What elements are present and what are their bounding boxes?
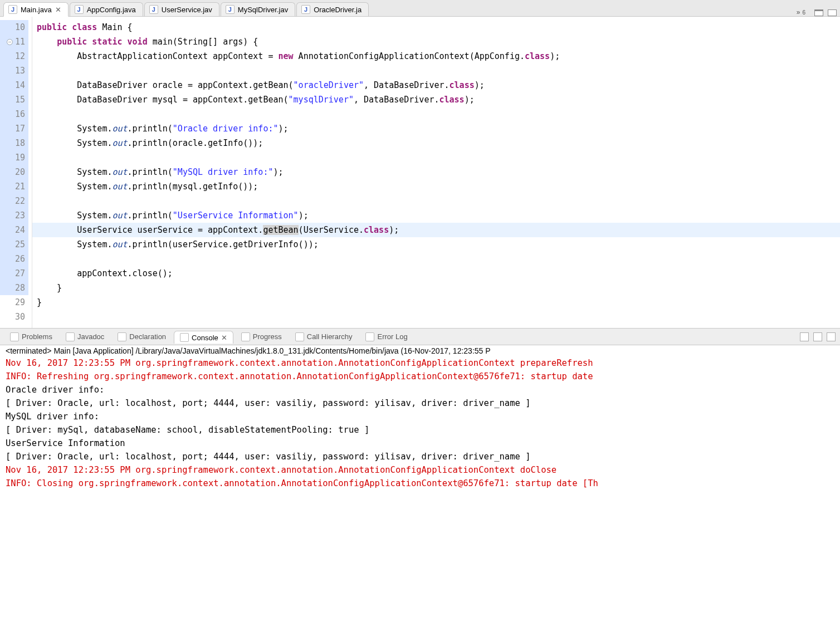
- view-tab-call-hierarchy[interactable]: Call Hierarchy: [290, 331, 358, 343]
- code-line[interactable]: [32, 63, 840, 78]
- bottom-view-tab-bar: ProblemsJavadocDeclarationConsole ✕Progr…: [0, 329, 840, 345]
- line-number[interactable]: 19: [0, 150, 28, 165]
- java-file-icon: J: [8, 5, 17, 14]
- line-number-value: 10: [15, 20, 25, 35]
- code-line[interactable]: System.out.println("Oracle driver info:"…: [32, 121, 840, 136]
- tab-label: UserService.jav: [162, 6, 212, 14]
- code-line[interactable]: System.out.println("MySQL driver info:")…: [32, 165, 840, 179]
- code-line[interactable]: UserService userService = appContext.get…: [32, 223, 840, 237]
- fold-toggle-icon[interactable]: –: [7, 39, 13, 45]
- line-number-value: 16: [15, 107, 25, 121]
- line-number[interactable]: 27: [0, 266, 28, 281]
- console-line: UserService Information: [6, 437, 834, 450]
- code-line[interactable]: }: [32, 295, 840, 310]
- line-number[interactable]: 17: [0, 121, 28, 136]
- line-number[interactable]: 24: [0, 223, 28, 237]
- declaration-icon: [118, 332, 126, 341]
- code-line[interactable]: DataBaseDriver oracle = appContext.getBe…: [32, 78, 840, 92]
- line-number-value: 23: [15, 208, 25, 223]
- line-number[interactable]: 16: [0, 107, 28, 121]
- code-line[interactable]: [32, 310, 840, 324]
- code-line[interactable]: [32, 107, 840, 121]
- view-tab-console[interactable]: Console ✕: [174, 331, 233, 344]
- view-tab-error-log[interactable]: Error Log: [360, 331, 413, 343]
- code-line[interactable]: System.out.println(oracle.getInfo());: [32, 136, 840, 150]
- line-number[interactable]: 15: [0, 92, 28, 107]
- view-tab-declaration[interactable]: Declaration: [112, 331, 172, 343]
- java-file-icon: J: [149, 5, 158, 14]
- close-icon[interactable]: ✕: [221, 334, 227, 342]
- line-number-gutter: 10–1112131415161718192021222324252627282…: [0, 17, 32, 328]
- console-line: Nov 16, 2017 12:23:55 PM org.springframe…: [6, 356, 834, 370]
- editor-pane: 10–1112131415161718192021222324252627282…: [0, 17, 840, 329]
- view-tab-label: Problems: [22, 332, 52, 341]
- code-area[interactable]: public class Main { public static void m…: [32, 17, 840, 328]
- line-number[interactable]: –11: [0, 35, 28, 49]
- view-tab-progress[interactable]: Progress: [236, 331, 287, 343]
- editor-tab-appconfig-java[interactable]: JAppConfig.java: [70, 2, 143, 16]
- line-number[interactable]: 26: [0, 252, 28, 266]
- console-line: MySQL driver info:: [6, 410, 834, 423]
- tab-label: MySqlDriver.jav: [238, 6, 288, 14]
- progress-icon: [241, 332, 250, 341]
- view-tab-problems[interactable]: Problems: [4, 331, 58, 343]
- editor-tab-oracledriver-ja[interactable]: JOracleDriver.ja: [296, 2, 369, 16]
- line-number-value: 18: [15, 136, 25, 150]
- close-view-icon[interactable]: [827, 332, 836, 341]
- line-number-value: 29: [15, 295, 25, 310]
- line-number[interactable]: 28: [0, 281, 28, 295]
- code-line[interactable]: System.out.println(mysql.getInfo());: [32, 179, 840, 194]
- code-line[interactable]: public class Main {: [32, 20, 840, 35]
- maximize-icon[interactable]: [828, 9, 837, 16]
- tab-overflow-indicator[interactable]: »6: [797, 8, 810, 16]
- java-file-icon: J: [75, 5, 84, 14]
- code-line[interactable]: System.out.println("UserService Informat…: [32, 208, 840, 223]
- console-line: INFO: Refreshing org.springframework.con…: [6, 370, 834, 383]
- line-number[interactable]: 23: [0, 208, 28, 223]
- pin-icon[interactable]: [800, 332, 809, 341]
- editor-tab-mysqldriver-jav[interactable]: JMySqlDriver.jav: [221, 2, 295, 16]
- console-line: Oracle driver info:: [6, 383, 834, 396]
- error-log-icon: [365, 332, 374, 341]
- console-line: [ Driver: Oracle, url: localhost, port; …: [6, 450, 834, 463]
- editor-tab-main-java[interactable]: JMain.java✕: [3, 2, 69, 17]
- view-tab-label: Progress: [253, 332, 282, 341]
- close-icon[interactable]: ✕: [55, 6, 61, 14]
- line-number[interactable]: 14: [0, 78, 28, 92]
- line-number[interactable]: 10: [0, 20, 28, 35]
- line-number-value: 19: [15, 150, 25, 165]
- line-number[interactable]: 29: [0, 295, 28, 310]
- view-tab-javadoc[interactable]: Javadoc: [60, 331, 110, 343]
- code-line[interactable]: }: [32, 281, 840, 295]
- line-number-value: 11: [15, 35, 25, 49]
- code-line[interactable]: [32, 252, 840, 266]
- display-view-icon[interactable]: [813, 332, 822, 341]
- console-run-header: <terminated> Main [Java Application] /Li…: [0, 345, 840, 356]
- line-number[interactable]: 18: [0, 136, 28, 150]
- code-line[interactable]: public static void main(String[] args) {: [32, 35, 840, 49]
- code-line[interactable]: AbstractApplicationContext appContext = …: [32, 49, 840, 63]
- minimize-icon[interactable]: [814, 9, 823, 16]
- code-line[interactable]: [32, 194, 840, 208]
- line-number[interactable]: 25: [0, 237, 28, 252]
- call-hierarchy-icon: [295, 332, 304, 341]
- code-line[interactable]: DataBaseDriver mysql = appContext.getBea…: [32, 92, 840, 107]
- editor-tab-userservice-jav[interactable]: JUserService.jav: [144, 2, 219, 16]
- code-line[interactable]: [32, 150, 840, 165]
- line-number[interactable]: 20: [0, 165, 28, 179]
- console-line: [ Driver: Oracle, url: localhost, port; …: [6, 396, 834, 410]
- line-number[interactable]: 30: [0, 310, 28, 324]
- line-number[interactable]: 12: [0, 49, 28, 63]
- line-number-value: 28: [15, 281, 25, 295]
- tab-label: Main.java: [21, 6, 52, 14]
- code-line[interactable]: System.out.println(userService.getDriver…: [32, 237, 840, 252]
- code-line[interactable]: appContext.close();: [32, 266, 840, 281]
- console-icon: [180, 333, 189, 342]
- console-output[interactable]: Nov 16, 2017 12:23:55 PM org.springframe…: [0, 356, 840, 617]
- line-number[interactable]: 21: [0, 179, 28, 194]
- line-number-value: 20: [15, 165, 25, 179]
- line-number[interactable]: 13: [0, 63, 28, 78]
- java-file-icon: J: [301, 5, 310, 14]
- javadoc-icon: [66, 332, 75, 341]
- line-number[interactable]: 22: [0, 194, 28, 208]
